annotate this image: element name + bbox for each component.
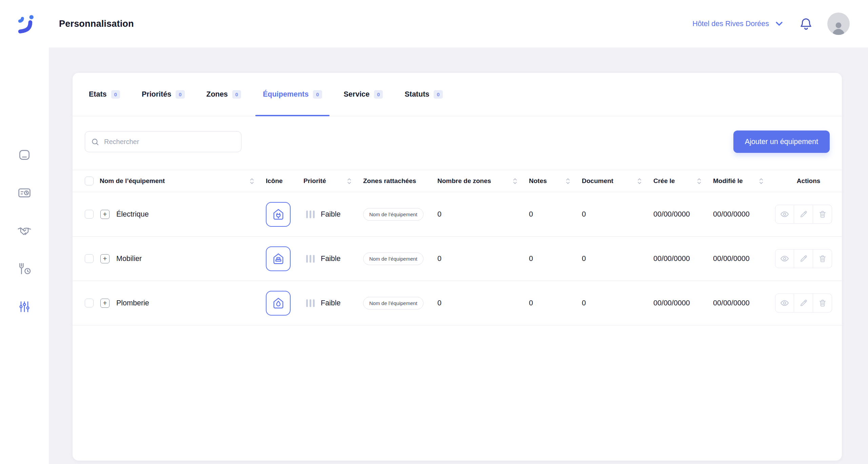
- table-row: + Électrique Faible Nom de l’équipement …: [73, 192, 842, 237]
- select-all-checkbox[interactable]: [85, 177, 94, 185]
- delete-button[interactable]: [813, 249, 832, 268]
- table-body: + Électrique Faible Nom de l’équipement …: [73, 192, 842, 325]
- column-header: Actions: [775, 170, 842, 192]
- column-label: Priorité: [303, 177, 326, 185]
- created-date-cell: 00/00/0000: [653, 255, 713, 263]
- house-drop-icon: [271, 296, 286, 310]
- search-input[interactable]: [85, 131, 241, 152]
- zones-count-cell: 0: [437, 255, 529, 263]
- column-header[interactable]: Notes: [529, 170, 582, 192]
- column-header: Zones rattachées: [363, 170, 437, 192]
- column-label: Actions: [797, 177, 821, 185]
- tab-etats[interactable]: Etats 0: [81, 73, 127, 116]
- zones-cell: Nom de l’équipement: [363, 208, 437, 221]
- sidebar-item-home[interactable]: [15, 145, 34, 164]
- zone-badge: Nom de l’équipement: [363, 297, 423, 309]
- column-label: Nombre de zones: [437, 177, 491, 185]
- column-label: Document: [582, 177, 613, 185]
- tab-zones[interactable]: Zones 0: [199, 73, 249, 116]
- view-button[interactable]: [775, 294, 794, 312]
- avatar[interactable]: [827, 13, 850, 35]
- zone-badge: Nom de l’équipement: [363, 253, 423, 265]
- sidebar-item-personnalisation[interactable]: [15, 297, 34, 316]
- tab-priorités[interactable]: Priorités 0: [134, 73, 192, 116]
- column-header[interactable]: Modifié le: [713, 170, 775, 192]
- add-equipment-button[interactable]: Ajouter un équipement: [733, 130, 830, 153]
- column-header: Icône: [266, 170, 303, 192]
- table-row: + Mobilier Faible Nom de l’équipement 0 …: [73, 237, 842, 281]
- sort-icon[interactable]: [697, 178, 702, 185]
- equipment-table: Nom de l’équipementIcônePrioritéZones ra…: [73, 170, 842, 461]
- equipment-name: Électrique: [116, 210, 149, 219]
- priority-cell: Faible: [303, 255, 363, 263]
- equipment-icon-cell: [266, 202, 303, 227]
- row-checkbox[interactable]: [85, 210, 94, 219]
- pencil-icon: [799, 299, 808, 307]
- actions-cell: [775, 294, 842, 312]
- priority-cell: Faible: [303, 210, 363, 219]
- tab-service[interactable]: Service 0: [336, 73, 391, 116]
- sidebar-item-partners[interactable]: [15, 221, 34, 240]
- trash-icon: [818, 299, 827, 307]
- trash-icon: [818, 210, 827, 219]
- bell-icon: [799, 17, 813, 31]
- column-header[interactable]: Crée le: [653, 170, 713, 192]
- eye-icon: [780, 254, 789, 263]
- created-date-cell: 00/00/0000: [653, 210, 713, 219]
- expand-row-button[interactable]: +: [100, 299, 110, 308]
- sidebar: [0, 47, 49, 464]
- equipment-name-cell: + Mobilier: [73, 254, 266, 263]
- tab-count-badge: 0: [232, 90, 241, 99]
- zones-count-cell: 0: [437, 210, 529, 219]
- tab-statuts[interactable]: Statuts 0: [397, 73, 450, 116]
- column-header[interactable]: Nombre de zones: [437, 170, 529, 192]
- sort-icon[interactable]: [759, 178, 764, 185]
- sort-icon[interactable]: [637, 178, 642, 185]
- column-header[interactable]: Priorité: [303, 170, 363, 192]
- tab-label: Statuts: [405, 90, 429, 99]
- tab-count-badge: 0: [111, 90, 120, 99]
- tabs: Etats 0 Priorités 0 Zones 0 Équipements …: [73, 73, 842, 116]
- sort-icon[interactable]: [347, 178, 352, 185]
- row-checkbox[interactable]: [85, 299, 94, 307]
- view-button[interactable]: [775, 249, 794, 268]
- column-label: Nom de l’équipement: [100, 177, 165, 185]
- sort-icon[interactable]: [513, 178, 517, 185]
- hotel-selector[interactable]: Hôtel des Rives Dorées: [692, 18, 785, 29]
- tab-label: Équipements: [263, 90, 309, 99]
- priority-indicator-icon: [306, 255, 315, 263]
- tab-label: Etats: [89, 90, 107, 99]
- app-logo[interactable]: [14, 13, 37, 35]
- expand-row-button[interactable]: +: [100, 254, 110, 263]
- delete-button[interactable]: [813, 294, 832, 312]
- table-row: + Plomberie Faible Nom de l’équipement 0…: [73, 281, 842, 325]
- tab-équipements[interactable]: Équipements 0: [255, 73, 329, 116]
- equipment-name: Plomberie: [116, 299, 149, 307]
- equipment-icon[interactable]: [266, 246, 291, 271]
- column-header[interactable]: Nom de l’équipement: [73, 170, 266, 192]
- sort-icon[interactable]: [250, 178, 254, 185]
- search-box: [85, 131, 241, 152]
- sort-icon[interactable]: [566, 178, 570, 185]
- table-header: Nom de l’équipementIcônePrioritéZones ra…: [73, 170, 842, 192]
- documents-count-cell: 0: [582, 210, 653, 219]
- edit-button[interactable]: [794, 294, 813, 312]
- column-header[interactable]: Document: [582, 170, 653, 192]
- sidebar-item-service[interactable]: [15, 259, 34, 278]
- notifications-button[interactable]: [799, 17, 813, 31]
- expand-row-button[interactable]: +: [100, 210, 110, 219]
- zones-count-cell: 0: [437, 299, 529, 307]
- row-checkbox[interactable]: [85, 254, 94, 263]
- eye-icon: [780, 209, 789, 219]
- equipment-icon[interactable]: [266, 202, 291, 227]
- delete-button[interactable]: [813, 205, 832, 224]
- equipment-icon[interactable]: [266, 291, 291, 316]
- view-button[interactable]: [775, 205, 794, 224]
- edit-button[interactable]: [794, 249, 813, 268]
- house-sofa-icon: [271, 251, 286, 266]
- column-label: Notes: [529, 177, 547, 185]
- tab-count-badge: 0: [374, 90, 383, 99]
- edit-button[interactable]: [794, 205, 813, 224]
- sidebar-item-reservations[interactable]: [15, 183, 34, 202]
- row-actions: [775, 205, 832, 224]
